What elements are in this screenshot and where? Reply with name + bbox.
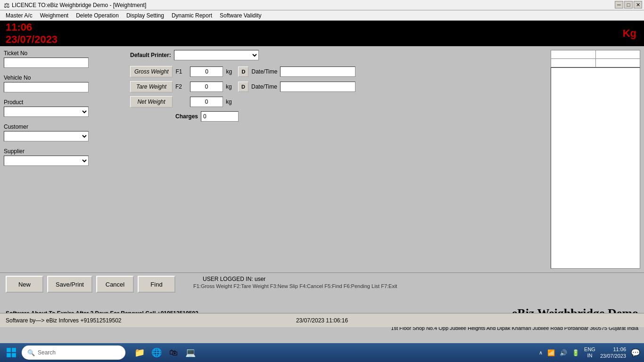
save-print-button[interactable]: Save/Print	[47, 276, 92, 293]
menu-master-ac[interactable]: Master A/c	[2, 10, 36, 20]
chevron-up-icon[interactable]: ∧	[539, 350, 543, 356]
supplier-label: Supplier	[4, 148, 126, 155]
customer-select[interactable]	[4, 131, 89, 141]
f2-d-button[interactable]: D	[238, 82, 248, 92]
date-value: 23/07/2023	[6, 33, 58, 46]
f1-d-button[interactable]: D	[238, 66, 248, 77]
f2-datetime-label: Date/Time	[251, 83, 277, 90]
svg-rect-3	[12, 353, 16, 357]
product-group: Product	[4, 99, 126, 117]
softwareby-datetime: 23/07/2023 11:06:16	[296, 317, 348, 324]
center-panel: Default Printer: Gross Weight F1 kg D Da…	[130, 50, 547, 269]
battery-icon: 🔋	[572, 349, 579, 356]
svg-rect-1	[12, 348, 16, 352]
customer-group: Customer	[4, 123, 126, 141]
search-placeholder: Search	[38, 349, 56, 356]
right-cell-1	[551, 50, 596, 59]
bottom-buttons: New Save/Print Cancel Find USER LOGGED I…	[0, 272, 644, 302]
menu-weighment[interactable]: Weighment	[36, 10, 72, 20]
f2-unit: kg	[226, 83, 235, 90]
volume-icon: 🔊	[560, 349, 567, 356]
minimize-button[interactable]: ─	[615, 1, 623, 8]
user-logged-info: USER LOGGED IN: user	[203, 276, 397, 282]
printer-label: Default Printer:	[130, 52, 171, 58]
menu-display-setting[interactable]: Display Setting	[123, 10, 168, 20]
taskbar-date: 23/07/2023	[600, 353, 626, 359]
left-panel: Ticket No Vehicle No Product Customer Su…	[4, 50, 126, 269]
f2-prefix: F2	[175, 83, 187, 90]
supplier-group: Supplier	[4, 148, 126, 166]
f1-weight-input[interactable]	[190, 66, 223, 77]
customer-label: Customer	[4, 123, 126, 130]
svg-rect-2	[7, 353, 11, 357]
right-panel	[551, 50, 640, 269]
ticket-no-input[interactable]	[4, 58, 89, 68]
softwareby-text: Software by—> eBiz Inforves +91951251950…	[6, 317, 122, 324]
clock-display: 11:06 23/07/2023	[6, 21, 58, 46]
menu-delete-operation[interactable]: Delete Operation	[72, 10, 123, 20]
charges-label: Charges	[175, 113, 198, 120]
f1-unit: kg	[226, 68, 235, 75]
f1-datetime-input[interactable]	[280, 66, 355, 77]
ticket-no-label: Ticket No	[4, 50, 126, 57]
vehicle-no-label: Vehicle No	[4, 74, 126, 81]
hotkeys-info: F1:Gross Weight F2:Tare Weight F3:New Sl…	[193, 283, 397, 289]
taskbar: 🔍 Search 📁 🌐 🛍 💻 ∧ 📶 🔊 🔋 ENGIN 11:06 23/…	[0, 343, 644, 362]
search-icon: 🔍	[27, 349, 35, 356]
sys-tray: ∧ 📶 🔊 🔋 ENGIN 11:06 23/07/2023 💬	[539, 346, 640, 360]
new-button[interactable]: New	[6, 276, 43, 293]
language-indicator: ENGIN	[584, 346, 595, 359]
windows-start-button[interactable]	[4, 345, 19, 360]
weight-unit-label: Kg	[623, 27, 636, 40]
clockbar: 11:06 23/07/2023 Kg	[0, 21, 644, 46]
taskbar-clock: 11:06 23/07/2023	[600, 346, 626, 360]
right-cell-3	[551, 59, 596, 67]
close-button[interactable]: ✕	[634, 1, 642, 8]
search-bar[interactable]: 🔍 Search	[22, 346, 125, 360]
right-cell-2	[595, 50, 640, 59]
cancel-button[interactable]: Cancel	[96, 276, 134, 293]
printer-select[interactable]	[174, 50, 259, 60]
titlebar: ⚖ LICENCE TO:eBiz Weighbridge Demo - [We…	[0, 0, 644, 10]
charges-input[interactable]	[201, 111, 239, 122]
taskbar-icons: 📁 🌐 🛍 💻	[132, 345, 198, 360]
gross-weight-button[interactable]: Gross Weight	[130, 66, 173, 77]
taskbar-icon-file-explorer[interactable]: 📁	[132, 345, 147, 360]
softwareby-bar: Software by—> eBiz Inforves +91951251950…	[0, 313, 644, 327]
taskbar-icon-store[interactable]: 🛍	[166, 345, 181, 360]
printer-row: Default Printer:	[130, 50, 547, 60]
tare-weight-button[interactable]: Tare Weight	[130, 81, 173, 92]
svg-rect-0	[7, 348, 11, 352]
vehicle-no-group: Vehicle No	[4, 74, 126, 92]
find-button[interactable]: Find	[138, 276, 175, 293]
maximize-button[interactable]: □	[624, 1, 633, 8]
ticket-no-group: Ticket No	[4, 50, 126, 68]
window-title: LICENCE TO:eBiz Weighbridge Demo - [Weig…	[12, 2, 640, 8]
net-weight-button[interactable]: Net Weight	[130, 96, 173, 107]
product-select[interactable]	[4, 107, 89, 117]
menu-software-validity[interactable]: Software Validity	[216, 10, 265, 20]
net-weight-input[interactable]	[190, 97, 223, 107]
app-icon: ⚖	[4, 1, 10, 9]
time-value: 11:06	[6, 21, 58, 33]
taskbar-icon-edge[interactable]: 🌐	[149, 345, 164, 360]
supplier-select[interactable]	[4, 156, 89, 166]
taskbar-icon-app1[interactable]: 💻	[183, 345, 198, 360]
charges-row: Charges	[175, 111, 547, 122]
f1-prefix: F1	[175, 68, 187, 75]
network-icon: 📶	[547, 349, 555, 356]
net-unit: kg	[226, 99, 235, 105]
notification-icon[interactable]: 💬	[631, 348, 640, 357]
taskbar-time: 11:06	[600, 346, 626, 353]
right-display-area	[551, 67, 640, 269]
vehicle-no-input[interactable]	[4, 82, 89, 92]
f2-weight-input[interactable]	[190, 82, 223, 92]
main-content: Ticket No Vehicle No Product Customer Su…	[0, 46, 644, 272]
menu-dynamic-report[interactable]: Dynamic Report	[168, 10, 216, 20]
f2-datetime-input[interactable]	[280, 82, 355, 92]
menubar: Master A/c Weighment Delete Operation Di…	[0, 10, 644, 21]
net-weight-row: Net Weight kg	[130, 96, 547, 107]
product-label: Product	[4, 99, 126, 106]
right-cell-4	[595, 59, 640, 67]
right-table	[551, 50, 640, 67]
